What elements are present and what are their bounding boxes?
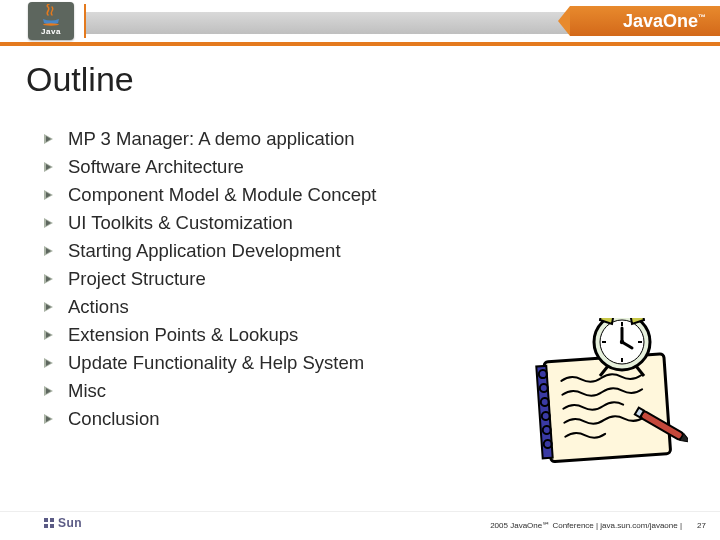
list-item: UI Toolkits & Customization <box>44 209 690 237</box>
page-number: 27 <box>697 521 706 530</box>
clipart-clock-notebook <box>530 318 688 476</box>
header-orange-rule <box>0 42 720 46</box>
sun-grid-icon <box>44 518 54 528</box>
java-logo-badge: Java <box>28 2 74 40</box>
slide-header: Java JavaOne™ <box>0 0 720 42</box>
brand-word: JavaOne <box>623 11 698 31</box>
slide-title: Outline <box>26 60 134 99</box>
sun-logo: Sun <box>44 516 82 530</box>
list-item: Actions <box>44 293 690 321</box>
java-cup-icon <box>41 18 61 26</box>
java-logo-text: Java <box>41 27 61 36</box>
java-steam-icon <box>43 4 59 16</box>
brand-tm: ™ <box>698 13 706 22</box>
footer-conference-text: 2005 JavaOne℠ Conference | java.sun.com/… <box>490 521 682 530</box>
svg-rect-1 <box>544 354 671 462</box>
sun-text: Sun <box>58 516 82 530</box>
slide-footer: Sun 2005 JavaOne℠ Conference | java.sun.… <box>0 506 720 540</box>
svg-point-0 <box>43 23 59 25</box>
list-item: Component Model & Module Concept <box>44 181 690 209</box>
list-item: MP 3 Manager: A demo application <box>44 125 690 153</box>
javaone-brand-text: JavaOne™ <box>623 11 706 32</box>
clipart-svg <box>530 318 688 476</box>
list-item: Project Structure <box>44 265 690 293</box>
list-item: Software Architecture <box>44 153 690 181</box>
javaone-brand-block: JavaOne™ <box>570 6 720 36</box>
svg-point-19 <box>620 340 624 344</box>
list-item: Starting Application Development <box>44 237 690 265</box>
